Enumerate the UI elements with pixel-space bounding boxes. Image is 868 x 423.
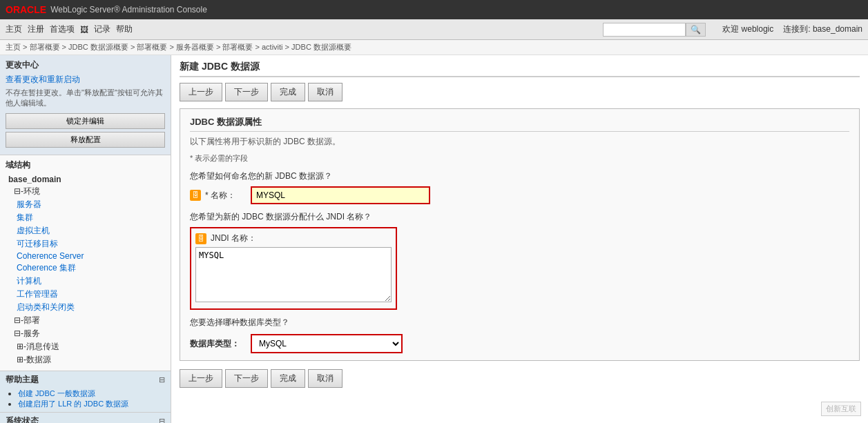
- domain-structure: 域结构 base_domain ⊟-环境 服务器 集群 虚拟主机 可迁移目标 C…: [0, 155, 171, 371]
- tree-item-deploy: ⊟-部署: [6, 314, 165, 327]
- connected-text: 连接到: base_domain: [783, 23, 862, 35]
- lock-edit-button[interactable]: 锁定并编辑: [6, 113, 165, 129]
- tree-item-startup[interactable]: 启动类和关闭类: [6, 301, 165, 314]
- help-list: 创建 JDBC 一般数据源 创建启用了 LLR 的 JDBC 数据源: [6, 388, 165, 409]
- help-title: 帮助主题: [6, 374, 39, 386]
- header-title: WebLogic Server® Administration Console: [50, 5, 207, 14]
- question-jndi: 您希望为新的 JDBC 数据源分配什么 JNDI 名称？: [190, 211, 849, 223]
- db-icon-name: 🗄: [190, 190, 201, 201]
- tree-item-vhosts[interactable]: 虚拟主机: [6, 224, 165, 237]
- main-layout: 更改中心 查看更改和重新启动 不存在暂挂更改。单击"释放配置"按钮可允许其他人编…: [0, 55, 868, 423]
- help-link-2[interactable]: 创建启用了 LLR 的 JDBC 数据源: [18, 400, 128, 408]
- change-center-link[interactable]: 查看更改和重新启动: [6, 74, 165, 86]
- jndi-box: 🗄 JNDI 名称： MYSQL: [190, 227, 397, 310]
- help-item-1: 创建 JDBC 一般数据源: [18, 388, 165, 399]
- tree-item-workmanager[interactable]: 工作管理器: [6, 288, 165, 301]
- tree-item-coherence-cluster[interactable]: Coherence 集群: [6, 262, 165, 275]
- next-button-top[interactable]: 下一步: [225, 83, 268, 101]
- help-link-1[interactable]: 创建 JDBC 一般数据源: [18, 389, 95, 397]
- tree-item-machines[interactable]: 计算机: [6, 275, 165, 288]
- header: ORACLE WebLogic Server® Administration C…: [0, 0, 868, 19]
- db-icon-jndi: 🗄: [195, 233, 206, 244]
- welcome-text: 欢迎 weblogic: [722, 23, 773, 35]
- breadcrumb: 主页 > 部署概要 > JDBC 数据源概要 > 部署概要 > 服务器概要 > …: [0, 40, 868, 55]
- nav-record[interactable]: 记录: [94, 23, 110, 35]
- jndi-row: 🗄 JNDI 名称： MYSQL: [190, 227, 849, 310]
- page-title: 新建 JDBC 数据源: [180, 61, 860, 77]
- system-status-header: 系统状态 ⊟: [6, 415, 165, 423]
- jdbc-section-title: JDBC 数据源属性: [190, 116, 849, 132]
- change-center: 更改中心 查看更改和重新启动 不存在暂挂更改。单击"释放配置"按钮可允许其他人编…: [0, 55, 171, 155]
- jndi-label-text: JNDI 名称：: [211, 233, 256, 244]
- name-input[interactable]: [251, 186, 430, 204]
- release-config-button[interactable]: 释放配置: [6, 132, 165, 148]
- cancel-button-bottom[interactable]: 取消: [308, 369, 343, 388]
- finish-button-bottom[interactable]: 完成: [271, 369, 305, 388]
- name-row: 🗄 * 名称：: [190, 186, 849, 204]
- tree-item-migratable[interactable]: 可迁移目标: [6, 237, 165, 250]
- system-status-section: 系统状态 ⊟ 正在运行的服务器的健康状况: [0, 413, 171, 423]
- change-center-title: 更改中心: [6, 59, 165, 71]
- name-label: 🗄 * 名称：: [190, 190, 245, 201]
- system-status-collapse-button[interactable]: ⊟: [159, 417, 165, 423]
- tree-link-workmanager[interactable]: 工作管理器: [17, 289, 58, 299]
- dbtype-row: 数据库类型： MySQL Oracle MS SQL Server Sybase…: [190, 334, 849, 353]
- tree-item-coherence-server[interactable]: Coherence Server: [6, 250, 165, 262]
- top-button-row: 上一步 下一步 完成 取消: [180, 83, 860, 101]
- help-section: 帮助主题 ⊟ 创建 JDBC 一般数据源 创建启用了 LLR 的 JDBC 数据…: [0, 371, 171, 413]
- jndi-textarea[interactable]: MYSQL: [195, 247, 392, 302]
- next-button-bottom[interactable]: 下一步: [225, 369, 268, 388]
- tree-link-clusters[interactable]: 集群: [17, 213, 33, 222]
- domain-structure-title: 域结构: [6, 159, 165, 171]
- tree-link-servers[interactable]: 服务器: [17, 199, 41, 209]
- domain-tree: base_domain ⊟-环境 服务器 集群 虚拟主机 可迁移目标 Coher…: [6, 174, 165, 366]
- tree-root: base_domain: [6, 174, 165, 185]
- tree-link-migratable[interactable]: 可迁移目标: [17, 239, 58, 248]
- nav-home[interactable]: 主页: [6, 23, 22, 35]
- tree-item-env: ⊟-环境: [6, 185, 165, 198]
- tree-item-messaging[interactable]: ⊞-消息传送: [6, 340, 165, 353]
- oracle-text: ORACLE: [6, 4, 46, 15]
- dbtype-select[interactable]: MySQL Oracle MS SQL Server Sybase Derby …: [251, 334, 403, 353]
- navbar: 主页 注册 首选项 🖼 记录 帮助 🔍 欢迎 weblogic 连接到: bas…: [0, 19, 868, 40]
- nav-register[interactable]: 注册: [28, 23, 44, 35]
- oracle-logo: ORACLE: [6, 4, 46, 15]
- prev-button-bottom[interactable]: 上一步: [180, 369, 222, 388]
- cancel-button-top[interactable]: 取消: [308, 83, 343, 101]
- prev-button-top[interactable]: 上一步: [180, 83, 222, 101]
- help-item-2: 创建启用了 LLR 的 JDBC 数据源: [18, 399, 165, 409]
- tree-link-coherence-server[interactable]: Coherence Server: [17, 251, 84, 261]
- required-note: * 表示必需的字段: [190, 153, 849, 164]
- tree-item-services: ⊟-服务: [6, 327, 165, 340]
- search-bar: 🔍: [603, 23, 706, 37]
- form-desc: 以下属性将用于标识新的 JDBC 数据源。: [190, 136, 849, 148]
- jdbc-properties-section: JDBC 数据源属性 以下属性将用于标识新的 JDBC 数据源。 * 表示必需的…: [180, 108, 860, 361]
- finish-button-top[interactable]: 完成: [271, 83, 305, 101]
- search-button[interactable]: 🔍: [686, 23, 706, 37]
- sidebar: 更改中心 查看更改和重新启动 不存在暂挂更改。单击"释放配置"按钮可允许其他人编…: [0, 55, 171, 423]
- bottom-button-row: 上一步 下一步 完成 取消: [180, 369, 860, 388]
- help-section-header: 帮助主题 ⊟: [6, 374, 165, 386]
- tree-item-clusters[interactable]: 集群: [6, 211, 165, 224]
- nav-help[interactable]: 帮助: [116, 23, 133, 35]
- nav-record-icon: 🖼: [80, 25, 88, 35]
- question-dbtype: 您要选择哪种数据库类型？: [190, 317, 849, 328]
- tree-link-coherence-cluster[interactable]: Coherence 集群: [17, 263, 76, 273]
- question-name: 您希望如何命名您的新 JDBC 数据源？: [190, 170, 849, 182]
- nav-preferences[interactable]: 首选项: [50, 23, 75, 35]
- name-label-text: * 名称：: [205, 190, 235, 201]
- tree-link-startup[interactable]: 启动类和关闭类: [17, 302, 75, 312]
- search-input[interactable]: [603, 23, 686, 37]
- help-collapse-button[interactable]: ⊟: [159, 375, 165, 384]
- tree-item-datasource[interactable]: ⊞-数据源: [6, 353, 165, 366]
- watermark: 创新互联: [821, 402, 861, 416]
- jndi-label-row: 🗄 JNDI 名称：: [195, 233, 392, 244]
- tree-link-machines[interactable]: 计算机: [17, 276, 41, 286]
- content-area: 新建 JDBC 数据源 上一步 下一步 完成 取消 JDBC 数据源属性 以下属…: [171, 55, 868, 423]
- tree-item-servers[interactable]: 服务器: [6, 198, 165, 211]
- change-center-desc: 不存在暂挂更改。单击"释放配置"按钮可允许其他人编辑域。: [6, 88, 165, 109]
- tree-link-vhosts[interactable]: 虚拟主机: [17, 226, 50, 235]
- system-status-title: 系统状态: [6, 415, 39, 423]
- dbtype-label: 数据库类型：: [190, 338, 245, 350]
- watermark-box: 创新互联: [821, 402, 861, 416]
